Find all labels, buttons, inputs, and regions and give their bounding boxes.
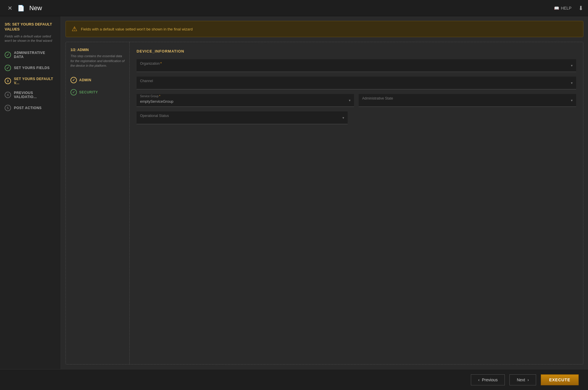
service-group-field: Service Group* emptyServiceGroup ▾ <box>137 94 354 107</box>
step-icon-2: ✓ <box>5 65 11 71</box>
sidebar-label-2: SET YOURS FIELDS <box>14 66 50 70</box>
doc-icon: 📄 <box>17 5 25 12</box>
organization-select[interactable] <box>137 59 576 72</box>
organization-field: Organization* ▾ <box>137 59 576 72</box>
admin-state-field: Administrative State ▾ <box>359 94 576 107</box>
step-icon-1: ✓ <box>5 52 11 58</box>
download-button[interactable]: ⬇ <box>578 5 583 12</box>
next-label: Next <box>517 378 525 382</box>
sidebar-item-prev-validation[interactable]: 4 PREVIOUS VALIDATIO... <box>0 88 61 102</box>
prev-icon: ‹ <box>478 378 480 382</box>
steps-panel: 1/2: ADMIN This step contains the essent… <box>66 42 130 364</box>
sidebar-item-set-defaults[interactable]: 3 SET YOURS DEFAULT V... <box>0 74 61 88</box>
page-title: New <box>29 4 42 12</box>
step-icon-3: 3 <box>5 78 11 84</box>
warning-banner: ⚠ Fields with a default value setted won… <box>66 21 583 37</box>
sidebar: 3/5: SET YOURS DEFAULT VALUES Fields wit… <box>0 16 61 369</box>
channel-field: Channel ▾ <box>137 77 576 89</box>
sidebar-subtitle: Fields with a default value setted won't… <box>0 34 61 48</box>
sidebar-label-3: SET YOURS DEFAULT V... <box>14 77 56 85</box>
form-panel: DEVICE_INFORMATION Organization* ▾ <box>130 42 583 364</box>
step-icon-5: 5 <box>5 105 11 111</box>
service-admin-row: Service Group* emptyServiceGroup ▾ Admin… <box>137 94 576 107</box>
execute-button[interactable]: EXECUTE <box>541 374 579 385</box>
close-button[interactable]: ✕ <box>5 3 15 13</box>
sidebar-item-admin-data[interactable]: ✓ ADMINISTRATIVE DATA <box>0 48 61 62</box>
top-bar: ✕ 📄 New 📖 HELP ⬇ <box>0 0 588 16</box>
operational-status-field: Operational Status ▾ <box>137 111 348 124</box>
next-button[interactable]: Next › <box>509 374 536 385</box>
step-item-admin[interactable]: ✓ ADMIN <box>70 74 125 86</box>
help-label: HELP <box>561 6 571 10</box>
service-group-wrapper[interactable]: Service Group* emptyServiceGroup ▾ <box>137 94 354 107</box>
sidebar-header: 3/5: SET YOURS DEFAULT VALUES <box>0 22 61 34</box>
step-circle-admin: ✓ <box>70 77 77 83</box>
admin-state-select[interactable] <box>359 94 576 106</box>
next-icon: › <box>527 378 529 382</box>
operational-status-select[interactable] <box>137 111 348 124</box>
execute-label: EXECUTE <box>549 378 570 382</box>
previous-button[interactable]: ‹ Previous <box>471 374 505 385</box>
warning-text: Fields with a default value setted won't… <box>81 27 193 31</box>
top-bar-right: 📖 HELP ⬇ <box>554 5 583 12</box>
warning-icon: ⚠ <box>72 25 77 33</box>
wizard-panel: 1/2: ADMIN This step contains the essent… <box>66 42 583 364</box>
channel-wrapper[interactable]: Channel ▾ <box>137 77 576 89</box>
sidebar-label-4: PREVIOUS VALIDATIO... <box>14 91 56 99</box>
service-group-select[interactable]: emptyServiceGroup <box>137 94 354 106</box>
content-area: ⚠ Fields with a default value setted won… <box>61 16 588 369</box>
help-button[interactable]: 📖 HELP <box>554 6 571 10</box>
channel-select[interactable] <box>137 77 576 89</box>
step-item-security[interactable]: ✓ SECURITY <box>70 86 125 98</box>
main-layout: 3/5: SET YOURS DEFAULT VALUES Fields wit… <box>0 16 588 369</box>
sidebar-item-post-actions[interactable]: 5 POST ACTIONS <box>0 102 61 114</box>
help-icon: 📖 <box>554 6 559 10</box>
sidebar-label-5: POST ACTIONS <box>14 106 42 110</box>
organization-wrapper[interactable]: Organization* ▾ <box>137 59 576 72</box>
operational-status-wrapper[interactable]: Operational Status ▾ <box>137 111 348 124</box>
step-label-security: SECURITY <box>79 90 98 94</box>
bottom-nav: ‹ Previous Next › EXECUTE <box>0 369 588 390</box>
admin-state-wrapper[interactable]: Administrative State ▾ <box>359 94 576 107</box>
steps-header: 1/2: ADMIN <box>70 48 125 52</box>
step-circle-security: ✓ <box>70 89 77 95</box>
close-icon: ✕ <box>8 5 12 12</box>
step-icon-4: 4 <box>5 92 11 98</box>
previous-label: Previous <box>482 378 498 382</box>
form-section-title: DEVICE_INFORMATION <box>137 49 576 53</box>
step-label-admin: ADMIN <box>79 78 91 82</box>
sidebar-item-set-fields[interactable]: ✓ SET YOURS FIELDS <box>0 62 61 74</box>
steps-description: This step contains the essential data fo… <box>70 54 125 68</box>
sidebar-label-1: ADMINISTRATIVE DATA <box>14 51 56 59</box>
